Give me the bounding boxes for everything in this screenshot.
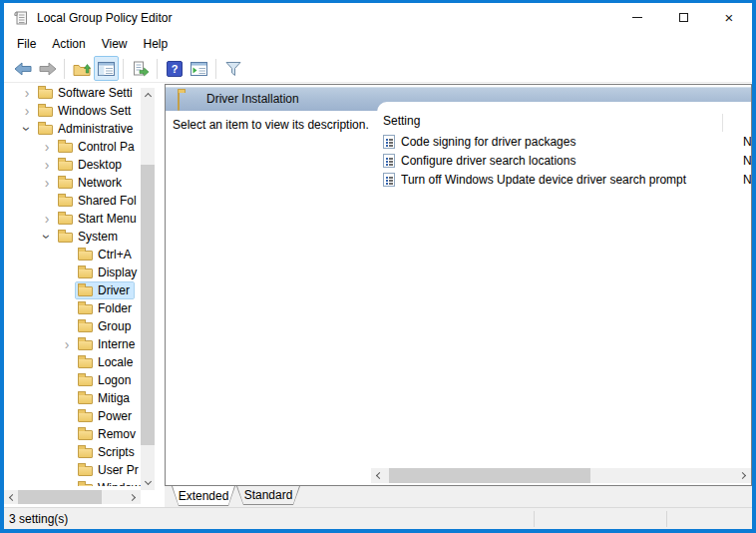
setting-state: Not configured — [743, 154, 752, 168]
filter-button[interactable] — [221, 57, 244, 80]
chevron-right-icon — [129, 493, 136, 500]
chevron-right-icon[interactable] — [38, 210, 56, 228]
tree-item[interactable]: Control Pa — [4, 138, 141, 156]
indent-spacer — [58, 389, 76, 407]
description-text: Select an item to view its description. — [173, 118, 369, 132]
chevron-right-icon[interactable] — [38, 138, 56, 156]
toolbar-separator — [64, 59, 65, 79]
indent-spacer — [58, 317, 76, 335]
column-divider[interactable] — [722, 114, 723, 132]
tree-item[interactable]: Power — [4, 407, 141, 425]
close-button[interactable]: × — [706, 3, 752, 32]
chevron-down-icon[interactable] — [38, 228, 56, 246]
tree-item[interactable]: Ctrl+A — [4, 246, 141, 264]
tree-item[interactable]: Shared Fol — [4, 192, 141, 210]
tab-extended[interactable]: Extended — [172, 486, 235, 506]
chevron-right-icon[interactable] — [58, 335, 76, 353]
scroll-right-button[interactable] — [737, 468, 751, 483]
tab-standard[interactable]: Standard — [236, 486, 300, 505]
list-horizontal-scrollbar[interactable] — [371, 468, 751, 483]
tree-horizontal-scrollbar[interactable] — [4, 490, 141, 504]
menu-view[interactable]: View — [94, 34, 136, 54]
folder-icon — [78, 412, 93, 422]
show-console-tree-button[interactable] — [95, 57, 118, 80]
tree-item[interactable]: Network — [4, 174, 141, 192]
new-window-button[interactable] — [188, 57, 210, 80]
scroll-down-button[interactable] — [141, 476, 155, 490]
folder-icon — [58, 233, 73, 243]
menu-help[interactable]: Help — [136, 34, 177, 54]
chevron-right-icon[interactable] — [18, 102, 36, 120]
indent-spacer — [58, 443, 76, 461]
tree-item[interactable]: Group — [4, 317, 141, 335]
folder-icon — [58, 179, 73, 189]
tree-hscroll-thumb[interactable] — [18, 490, 102, 504]
menu-file[interactable]: File — [9, 34, 44, 54]
list-hscroll-thumb[interactable] — [389, 468, 590, 483]
indent-spacer — [58, 425, 76, 443]
minimize-button[interactable] — [614, 3, 660, 32]
tree-item[interactable]: Start Menu — [4, 210, 141, 228]
folder-icon — [78, 394, 93, 404]
help-icon: ? — [167, 61, 183, 77]
up-one-level-button[interactable] — [70, 57, 93, 80]
chevron-right-icon[interactable] — [38, 156, 56, 174]
tree-item[interactable]: Locale — [4, 353, 141, 371]
tree-item[interactable]: Administrative — [4, 120, 141, 138]
local-group-policy-editor-window: Local Group Policy Editor × File Action … — [0, 0, 756, 533]
tree-item[interactable]: Windows — [4, 479, 141, 486]
indent-spacer — [38, 192, 56, 210]
chevron-left-icon — [9, 493, 16, 500]
tree-vertical-scrollbar[interactable] — [141, 88, 155, 490]
tree-item[interactable]: Desktop — [4, 156, 141, 174]
chevron-down-icon[interactable] — [18, 120, 36, 138]
maximize-button[interactable] — [660, 3, 706, 32]
tree-item[interactable]: Windows Sett — [4, 102, 141, 120]
tree-item[interactable]: Interne — [4, 335, 141, 353]
view-tab-strip: Extended Standard — [165, 486, 752, 507]
tree-item[interactable]: Display — [4, 264, 141, 281]
indent-spacer — [58, 246, 76, 264]
up-one-level-icon — [73, 61, 91, 77]
indent-spacer — [58, 281, 76, 299]
back-button[interactable] — [11, 57, 34, 80]
scroll-left-button[interactable] — [371, 468, 385, 483]
tree-item[interactable]: Logon — [4, 371, 141, 389]
forward-button[interactable] — [36, 57, 59, 80]
menu-action[interactable]: Action — [44, 34, 93, 54]
setting-row[interactable]: Code signing for driver packages Not con… — [383, 132, 752, 151]
setting-row[interactable]: Configure driver search locations Not co… — [383, 151, 752, 170]
scroll-right-button[interactable] — [127, 490, 141, 504]
tree-item[interactable]: User Pr — [4, 461, 141, 479]
setting-row[interactable]: Turn off Windows Update device driver se… — [383, 170, 752, 189]
tree-item[interactable]: Mitiga — [4, 389, 141, 407]
folder-icon — [38, 107, 53, 117]
folder-icon — [178, 92, 180, 111]
folder-icon — [78, 448, 93, 458]
scroll-left-button[interactable] — [4, 490, 18, 504]
export-list-button[interactable] — [129, 57, 152, 80]
folder-icon — [58, 143, 73, 153]
chevron-right-icon[interactable] — [18, 84, 36, 102]
scroll-up-button[interactable] — [141, 88, 155, 102]
indent-spacer — [58, 407, 76, 425]
tree-item[interactable]: Folder — [4, 299, 141, 317]
console-tree-pane: Software Setti Windows Sett Administrati… — [4, 84, 141, 486]
tab-extended-label: Extended — [179, 489, 229, 503]
toolbar-separator — [157, 59, 158, 79]
tree-item[interactable]: Software Setti — [4, 84, 141, 102]
tree-item[interactable]: Scripts — [4, 443, 141, 461]
help-button[interactable]: ? — [163, 57, 186, 80]
tree-item-driver[interactable]: Driver — [4, 281, 141, 299]
tree-item[interactable]: Remov — [4, 425, 141, 443]
tree-vscroll-thumb[interactable] — [141, 165, 155, 445]
svg-text:?: ? — [171, 63, 178, 75]
folder-icon — [38, 89, 53, 99]
folder-icon — [58, 197, 73, 207]
indent-spacer — [58, 299, 76, 317]
toolbar-separator — [215, 59, 216, 79]
tree-item[interactable]: System — [4, 228, 141, 246]
chevron-right-icon[interactable] — [38, 174, 56, 192]
column-header-setting[interactable]: Setting — [383, 114, 420, 128]
forward-icon — [39, 61, 57, 77]
